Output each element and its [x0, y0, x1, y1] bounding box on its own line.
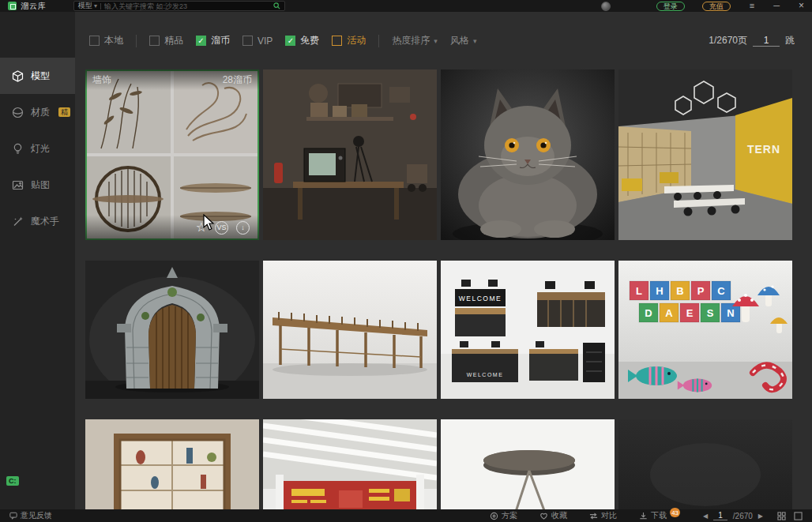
download-count-badge: 43: [670, 508, 680, 517]
arch-thumbnail: [85, 261, 259, 399]
search-input[interactable]: [104, 2, 270, 10]
grid-item-cat[interactable]: [441, 69, 615, 240]
divider: [136, 35, 137, 47]
checkbox-checked-icon: ✓: [196, 36, 206, 46]
search-icon[interactable]: [273, 2, 280, 9]
filter-checkbox-boutique[interactable]: 精品: [149, 34, 183, 47]
style-label: 风格: [450, 34, 469, 47]
industrial-thumbnail: [263, 69, 437, 240]
grid-item-reception-desks[interactable]: WELCOME WELCOME: [441, 261, 615, 399]
scheme-button[interactable]: 方案: [490, 510, 517, 521]
filter-label: VIP: [258, 36, 273, 47]
large-view-icon[interactable]: [794, 512, 803, 520]
feedback-label: 意见反馈: [21, 510, 52, 521]
grid-item-stone-arch[interactable]: [85, 261, 259, 399]
vs-compare-button[interactable]: VS: [215, 221, 228, 235]
cat-thumbnail: [441, 69, 615, 240]
grid-item-wall-decor[interactable]: 墙饰 28溜币 ☆ VS ↓: [85, 69, 259, 240]
close-icon[interactable]: ×: [799, 0, 804, 12]
menu-icon[interactable]: ≡: [750, 0, 754, 12]
checkbox-icon: [149, 36, 160, 46]
item-price: 28溜币: [223, 73, 252, 90]
side-table-thumbnail: [441, 419, 615, 509]
sidebar-item-models[interactable]: 模型: [0, 58, 75, 94]
titlebar: 溜云库 模型 ▾ 登录 充值 ≡ ─ ×: [0, 0, 812, 12]
model-grid: 墙饰 28溜币 ☆ VS ↓: [75, 69, 812, 509]
divider: [100, 3, 101, 9]
chevron-down-icon: ▾: [473, 37, 477, 45]
download-tray-button[interactable]: 下载 43: [639, 510, 667, 521]
sidebar-item-magic-hand[interactable]: 魔术手: [0, 203, 75, 239]
welcome-desk-text: WELCOME: [467, 372, 504, 377]
style-dropdown[interactable]: 风格 ▾: [450, 34, 477, 47]
grid-item-industrial-scene[interactable]: [263, 69, 437, 240]
prev-page-button[interactable]: ◀: [703, 513, 708, 520]
item-title: 墙饰: [92, 73, 111, 90]
toy-block-letter: L: [636, 285, 642, 297]
download-icon: [639, 512, 648, 520]
favorite-star-icon[interactable]: ☆: [196, 221, 207, 234]
user-avatar[interactable]: [601, 2, 611, 11]
chevron-down-icon: ▾: [434, 37, 438, 45]
grid-item-side-table[interactable]: [441, 419, 615, 509]
grid-item-dark[interactable]: [618, 419, 792, 509]
search-category-select[interactable]: 模型 ▾: [78, 1, 97, 11]
toy-block-letter: S: [707, 307, 714, 319]
lightbulb-icon: [12, 143, 24, 155]
sidebar-item-lights[interactable]: 灯光: [0, 130, 75, 167]
dark-thumbnail: [618, 419, 792, 509]
toy-block-letter: P: [697, 285, 705, 297]
filter-label: 活动: [347, 34, 366, 47]
culture-wall-thumbnail: [263, 419, 437, 509]
page-jump-input[interactable]: [753, 35, 780, 47]
grid-item-office[interactable]: TERN: [618, 69, 792, 240]
sidebar-item-textures[interactable]: 贴图: [0, 167, 75, 203]
recharge-label: 充值: [709, 2, 724, 10]
app-window: 溜云库 模型 ▾ 登录 充值 ≡ ─ ×: [0, 0, 812, 522]
grid-item-culture-wall[interactable]: [263, 419, 437, 509]
filter-label: 溜币: [211, 34, 230, 47]
next-page-button[interactable]: ▶: [758, 513, 763, 520]
filter-checkbox-activity[interactable]: 活动: [332, 34, 366, 47]
jump-button[interactable]: 跳: [785, 34, 795, 47]
collect-button[interactable]: 收藏: [539, 510, 567, 521]
toy-block-letter: N: [727, 307, 734, 319]
action-label: 收藏: [551, 510, 567, 521]
minimize-icon[interactable]: ─: [773, 0, 780, 12]
grid-view-icon[interactable]: [777, 512, 786, 520]
feedback-link[interactable]: 意见反馈: [9, 510, 52, 521]
tile-header: 墙饰 28溜币: [85, 69, 259, 90]
sidebar-item-label: 材质: [31, 106, 50, 119]
sidebar: 模型 材质 精 灯光: [0, 12, 75, 509]
welcome-sign-text: WELCOME: [459, 295, 502, 302]
bottom-pager: ◀ 1 /2670 ▶: [703, 511, 763, 520]
download-button[interactable]: ↓: [236, 221, 250, 235]
filter-label: 精品: [164, 34, 183, 47]
compare-button[interactable]: 对比: [589, 510, 617, 521]
toy-block-letter: C: [717, 285, 725, 297]
search-box[interactable]: 模型 ▾: [73, 1, 285, 11]
filter-checkbox-vip[interactable]: VIP: [242, 36, 273, 47]
filter-checkbox-local[interactable]: 本地: [89, 34, 123, 47]
login-label: 登录: [664, 2, 678, 10]
filter-bar: 本地 精品 ✓ 溜币 VIP ✓ 免费 活动 热度排序 ▾ 风格: [75, 12, 812, 69]
recharge-button[interactable]: 充值: [702, 2, 731, 11]
sidebar-item-label: 魔术手: [31, 215, 59, 228]
grid-item-toys[interactable]: L H B P C D A E S N: [618, 261, 792, 399]
filter-checkbox-free[interactable]: ✓ 免费: [285, 34, 319, 47]
login-button[interactable]: 登录: [656, 2, 685, 11]
divider: [378, 35, 379, 47]
sort-dropdown[interactable]: 热度排序 ▾: [392, 34, 438, 47]
filter-checkbox-liucoin[interactable]: ✓ 溜币: [196, 34, 230, 47]
grid-item-cabinet[interactable]: [85, 419, 259, 509]
heart-icon: [539, 512, 548, 520]
sidebar-item-materials[interactable]: 材质 精: [0, 94, 75, 130]
compare-arrows-icon: [589, 512, 598, 520]
feedback-bubble-icon: [9, 512, 17, 520]
action-buttons: 方案 收藏 对比 下载 43: [490, 510, 667, 521]
grid-item-pergola[interactable]: [263, 261, 437, 399]
toy-block-letter: H: [656, 285, 663, 297]
toy-block-letter: E: [686, 307, 694, 319]
premium-badge: 精: [58, 107, 70, 117]
drive-badge: C:: [6, 476, 19, 486]
